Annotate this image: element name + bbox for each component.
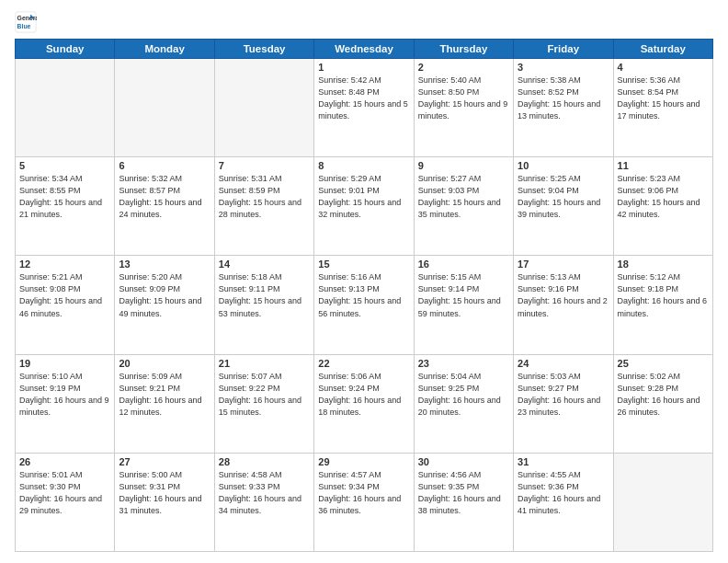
day-info: Sunrise: 5:10 AM Sunset: 9:19 PM Dayligh… (19, 371, 110, 419)
table-row: 26 Sunrise: 5:01 AM Sunset: 9:30 PM Dayl… (16, 453, 115, 551)
day-number: 17 (518, 259, 609, 270)
sunset-label: Sunset: 9:19 PM (19, 384, 81, 393)
table-row (115, 59, 214, 157)
daylight-label: Daylight: 16 hours and 36 minutes. (318, 494, 401, 515)
day-info: Sunrise: 5:07 AM Sunset: 9:22 PM Dayligh… (219, 371, 310, 419)
sunrise-label: Sunrise: 5:03 AM (518, 372, 581, 381)
daylight-label: Daylight: 16 hours and 9 minutes. (19, 396, 109, 417)
sunrise-label: Sunrise: 5:40 AM (418, 75, 482, 85)
day-number: 8 (318, 160, 409, 171)
day-info: Sunrise: 5:21 AM Sunset: 9:08 PM Dayligh… (19, 271, 110, 319)
sunrise-label: Sunrise: 5:02 AM (618, 372, 681, 381)
day-number: 1 (318, 62, 409, 73)
sunset-label: Sunset: 9:08 PM (19, 284, 81, 293)
day-info: Sunrise: 5:40 AM Sunset: 8:50 PM Dayligh… (418, 75, 509, 122)
sunrise-label: Sunrise: 5:12 AM (618, 272, 681, 282)
col-tuesday: Tuesday (214, 40, 313, 59)
col-friday: Friday (514, 40, 613, 59)
sunrise-label: Sunrise: 5:13 AM (518, 272, 581, 282)
day-info: Sunrise: 5:12 AM Sunset: 9:18 PM Dayligh… (618, 271, 709, 319)
col-sunday: Sunday (16, 40, 115, 59)
daylight-label: Daylight: 16 hours and 38 minutes. (418, 494, 501, 515)
table-row: 24 Sunrise: 5:03 AM Sunset: 9:27 PM Dayl… (514, 354, 613, 453)
sunrise-label: Sunrise: 5:32 AM (119, 174, 182, 183)
day-number: 26 (19, 456, 110, 467)
table-row: 31 Sunrise: 4:55 AM Sunset: 9:36 PM Dayl… (514, 453, 613, 551)
sunset-label: Sunset: 9:18 PM (618, 284, 679, 293)
table-row: 19 Sunrise: 5:10 AM Sunset: 9:19 PM Dayl… (16, 354, 115, 453)
sunset-label: Sunset: 9:04 PM (518, 186, 579, 195)
table-row: 1 Sunrise: 5:42 AM Sunset: 8:48 PM Dayli… (314, 59, 414, 157)
sunset-label: Sunset: 9:06 PM (618, 186, 679, 195)
daylight-label: Daylight: 16 hours and 20 minutes. (418, 396, 501, 417)
day-number: 13 (119, 259, 210, 270)
sunset-label: Sunset: 9:22 PM (219, 384, 280, 393)
svg-text:Blue: Blue (17, 23, 31, 29)
day-number: 6 (119, 160, 210, 171)
table-row: 9 Sunrise: 5:27 AM Sunset: 9:03 PM Dayli… (414, 157, 513, 256)
logo-icon: General Blue (15, 11, 37, 33)
table-row: 25 Sunrise: 5:02 AM Sunset: 9:28 PM Dayl… (613, 354, 712, 453)
sunrise-label: Sunrise: 5:38 AM (518, 75, 581, 85)
day-number: 31 (518, 456, 609, 467)
day-info: Sunrise: 5:23 AM Sunset: 9:06 PM Dayligh… (618, 173, 709, 221)
day-info: Sunrise: 5:42 AM Sunset: 8:48 PM Dayligh… (318, 75, 409, 122)
sunrise-label: Sunrise: 5:23 AM (618, 174, 681, 183)
table-row: 29 Sunrise: 4:57 AM Sunset: 9:34 PM Dayl… (314, 453, 414, 551)
sunrise-label: Sunrise: 5:31 AM (219, 174, 282, 183)
table-row: 14 Sunrise: 5:18 AM Sunset: 9:11 PM Dayl… (214, 256, 313, 354)
day-number: 29 (318, 456, 409, 467)
day-info: Sunrise: 5:36 AM Sunset: 8:54 PM Dayligh… (618, 75, 709, 122)
calendar-week-row: 12 Sunrise: 5:21 AM Sunset: 9:08 PM Dayl… (16, 256, 713, 354)
calendar-week-row: 19 Sunrise: 5:10 AM Sunset: 9:19 PM Dayl… (16, 354, 713, 453)
day-info: Sunrise: 5:13 AM Sunset: 9:16 PM Dayligh… (518, 271, 609, 319)
daylight-label: Daylight: 16 hours and 6 minutes. (618, 296, 708, 317)
logo: General Blue (15, 11, 40, 33)
table-row: 8 Sunrise: 5:29 AM Sunset: 9:01 PM Dayli… (314, 157, 414, 256)
sunset-label: Sunset: 8:54 PM (618, 87, 679, 97)
sunset-label: Sunset: 8:50 PM (418, 87, 480, 97)
sunset-label: Sunset: 9:16 PM (518, 284, 579, 293)
sunset-label: Sunset: 8:59 PM (219, 186, 280, 195)
day-number: 21 (219, 358, 310, 369)
col-saturday: Saturday (613, 40, 712, 59)
table-row (214, 59, 313, 157)
day-info: Sunrise: 5:18 AM Sunset: 9:11 PM Dayligh… (219, 271, 310, 319)
daylight-label: Daylight: 15 hours and 53 minutes. (219, 296, 301, 317)
col-monday: Monday (115, 40, 214, 59)
day-number: 23 (418, 358, 509, 369)
sunset-label: Sunset: 9:03 PM (418, 186, 480, 195)
table-row: 23 Sunrise: 5:04 AM Sunset: 9:25 PM Dayl… (414, 354, 513, 453)
day-number: 19 (19, 358, 110, 369)
day-number: 25 (618, 358, 709, 369)
daylight-label: Daylight: 15 hours and 46 minutes. (19, 296, 102, 317)
day-info: Sunrise: 5:20 AM Sunset: 9:09 PM Dayligh… (119, 271, 210, 319)
sunrise-label: Sunrise: 5:00 AM (119, 470, 182, 479)
day-number: 2 (418, 62, 509, 73)
sunset-label: Sunset: 9:14 PM (418, 284, 480, 293)
sunset-label: Sunset: 9:24 PM (318, 384, 380, 393)
sunrise-label: Sunrise: 5:16 AM (318, 272, 381, 282)
day-number: 28 (219, 456, 310, 467)
day-info: Sunrise: 4:55 AM Sunset: 9:36 PM Dayligh… (518, 469, 609, 517)
sunset-label: Sunset: 9:30 PM (19, 482, 81, 491)
daylight-label: Daylight: 15 hours and 17 minutes. (618, 99, 700, 121)
sunset-label: Sunset: 9:31 PM (119, 482, 180, 491)
daylight-label: Daylight: 16 hours and 23 minutes. (518, 396, 600, 417)
sunset-label: Sunset: 8:52 PM (518, 87, 579, 97)
day-number: 16 (418, 259, 509, 270)
sunset-label: Sunset: 9:28 PM (618, 384, 679, 393)
daylight-label: Daylight: 15 hours and 39 minutes. (518, 198, 600, 219)
day-info: Sunrise: 5:31 AM Sunset: 8:59 PM Dayligh… (219, 173, 310, 221)
table-row: 16 Sunrise: 5:15 AM Sunset: 9:14 PM Dayl… (414, 256, 513, 354)
day-info: Sunrise: 5:25 AM Sunset: 9:04 PM Dayligh… (518, 173, 609, 221)
sunrise-label: Sunrise: 5:34 AM (19, 174, 83, 183)
day-info: Sunrise: 5:38 AM Sunset: 8:52 PM Dayligh… (518, 75, 609, 122)
daylight-label: Daylight: 15 hours and 32 minutes. (318, 198, 401, 219)
day-number: 18 (618, 259, 709, 270)
day-info: Sunrise: 4:56 AM Sunset: 9:35 PM Dayligh… (418, 469, 509, 517)
daylight-label: Daylight: 15 hours and 24 minutes. (119, 198, 201, 219)
daylight-label: Daylight: 15 hours and 42 minutes. (618, 198, 700, 219)
sunrise-label: Sunrise: 5:07 AM (219, 372, 282, 381)
sunrise-label: Sunrise: 4:58 AM (219, 470, 282, 479)
